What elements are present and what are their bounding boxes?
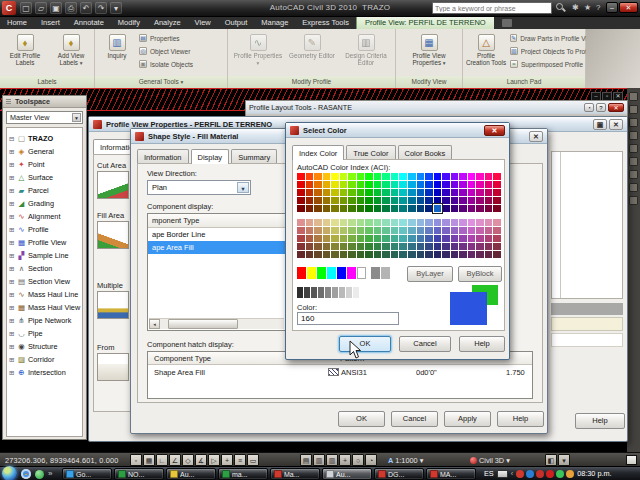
- expand-icon[interactable]: ⊞: [9, 200, 17, 208]
- palette-cell[interactable]: [451, 235, 459, 242]
- standard-color-swatch[interactable]: [307, 267, 316, 279]
- palette-cell[interactable]: [451, 219, 459, 226]
- palette-cell[interactable]: [348, 181, 356, 188]
- tool-icon[interactable]: [629, 170, 638, 179]
- dyn-toggle[interactable]: +: [221, 454, 233, 466]
- from-thumbnail[interactable]: [97, 353, 129, 381]
- pvp-help-button[interactable]: Help: [575, 413, 625, 429]
- palette-cell[interactable]: [485, 251, 493, 258]
- palette-cell[interactable]: [340, 251, 348, 258]
- palette-cell[interactable]: [314, 181, 322, 188]
- palette-cell[interactable]: [323, 189, 331, 196]
- tree-item-intersection[interactable]: ⊞⊕Intersection: [7, 366, 82, 379]
- palette-cell[interactable]: [306, 251, 314, 258]
- palette-cell[interactable]: [425, 219, 433, 226]
- toolbar-lock-icon[interactable]: ◧: [545, 454, 557, 466]
- palette-cell[interactable]: [476, 243, 484, 250]
- tree-item-sample-line[interactable]: ⊞▞Sample Line: [7, 249, 82, 262]
- list-header[interactable]: mponent Type: [148, 214, 285, 228]
- edit-profile-labels-button[interactable]: ⬧ Edit Profile Labels: [3, 32, 47, 66]
- palette-cell[interactable]: [306, 197, 314, 204]
- cell-scale[interactable]: 1.750: [506, 368, 525, 377]
- antivirus-icon[interactable]: [546, 470, 554, 478]
- palette-cell[interactable]: [382, 243, 390, 250]
- palette-cell[interactable]: [434, 251, 442, 258]
- palette-cell[interactable]: [476, 227, 484, 234]
- palette-cell[interactable]: [408, 219, 416, 226]
- standard-color-swatch[interactable]: [337, 267, 346, 279]
- tree-item-point[interactable]: ⊞✦Point: [7, 158, 82, 171]
- palette-cell[interactable]: [331, 235, 339, 242]
- palette-cell[interactable]: [451, 181, 459, 188]
- tab-home[interactable]: Home: [0, 17, 34, 29]
- palette-cell[interactable]: [451, 189, 459, 196]
- palette-cell[interactable]: [391, 189, 399, 196]
- palette-cell[interactable]: [459, 205, 467, 212]
- search-input[interactable]: [432, 2, 552, 14]
- palette-cell[interactable]: [468, 251, 476, 258]
- help-icon[interactable]: ?: [596, 3, 600, 12]
- palette-cell[interactable]: [382, 235, 390, 242]
- palette-cell[interactable]: [459, 243, 467, 250]
- add-view-labels-button[interactable]: ⬧ Add View Labels ▾: [49, 32, 93, 67]
- neutral-color-swatch[interactable]: [381, 267, 390, 279]
- palette-cell[interactable]: [331, 219, 339, 226]
- palette-cell[interactable]: [485, 243, 493, 250]
- view-direction-select[interactable]: Plan▼: [147, 180, 251, 195]
- palette-cell[interactable]: [417, 181, 425, 188]
- civil3d-logo-icon[interactable]: C: [2, 1, 16, 15]
- palette-cell[interactable]: [493, 251, 501, 258]
- palette-cell[interactable]: [331, 251, 339, 258]
- palette-cell[interactable]: [451, 197, 459, 204]
- palette-cell[interactable]: [314, 251, 322, 258]
- snap-toggle[interactable]: ▫: [130, 454, 142, 466]
- select-color-ok-button[interactable]: OK: [339, 336, 391, 352]
- palette-cell[interactable]: [306, 219, 314, 226]
- palette-cell[interactable]: [468, 227, 476, 234]
- palette-cell[interactable]: [382, 197, 390, 204]
- palette-cell[interactable]: [425, 189, 433, 196]
- palette-cell[interactable]: [485, 197, 493, 204]
- palette-cell[interactable]: [297, 205, 305, 212]
- palette-cell[interactable]: [442, 219, 450, 226]
- palette-cell[interactable]: [348, 197, 356, 204]
- palette-cell[interactable]: [485, 173, 493, 180]
- palette-cell[interactable]: [365, 219, 373, 226]
- lwt-toggle[interactable]: ≡: [234, 454, 246, 466]
- tray-collapse-icon[interactable]: ‹: [511, 469, 513, 478]
- palette-cell[interactable]: [493, 219, 501, 226]
- palette-cell[interactable]: [442, 235, 450, 242]
- palette-cell[interactable]: [493, 205, 501, 212]
- palette-cell[interactable]: [340, 219, 348, 226]
- ribbon-minimize-icon[interactable]: [502, 19, 512, 27]
- palette-cell[interactable]: [340, 173, 348, 180]
- palette-cell-selected[interactable]: [434, 205, 442, 212]
- palette-cell[interactable]: [468, 219, 476, 226]
- palette-cell[interactable]: [442, 181, 450, 188]
- expand-icon[interactable]: ⊞: [9, 187, 17, 195]
- palette-cell[interactable]: [425, 205, 433, 212]
- tree-item-grading[interactable]: ⊞◢Grading: [7, 197, 82, 210]
- taskbar-button-ma[interactable]: MA...: [426, 468, 476, 480]
- palette-cell[interactable]: [434, 243, 442, 250]
- palette-cell[interactable]: [357, 235, 365, 242]
- master-view-select[interactable]: Master View▼: [6, 111, 83, 124]
- palette-cell[interactable]: [434, 173, 442, 180]
- tree-item-section[interactable]: ⊞∧Section: [7, 262, 82, 275]
- select-color-close-icon[interactable]: ✕: [484, 125, 505, 136]
- palette-cell[interactable]: [468, 205, 476, 212]
- palette-cell[interactable]: [331, 227, 339, 234]
- palette-cell[interactable]: [408, 227, 416, 234]
- expand-icon[interactable]: ⊞: [9, 343, 17, 351]
- palette-cell[interactable]: [314, 235, 322, 242]
- cut-area-thumbnail[interactable]: [97, 171, 129, 199]
- multiple-thumbnail[interactable]: [97, 291, 129, 319]
- palette-cell[interactable]: [297, 235, 305, 242]
- expand-icon[interactable]: ⊞: [9, 304, 17, 312]
- select-color-cancel-button[interactable]: Cancel: [399, 336, 451, 352]
- expand-icon[interactable]: ⊞: [9, 369, 17, 377]
- messenger-icon[interactable]: [35, 470, 44, 479]
- toolbar-help-icon[interactable]: ?: [596, 103, 606, 112]
- tree-item-corridor[interactable]: ⊞▨Corridor: [7, 353, 82, 366]
- expand-icon[interactable]: ⊞: [9, 317, 17, 325]
